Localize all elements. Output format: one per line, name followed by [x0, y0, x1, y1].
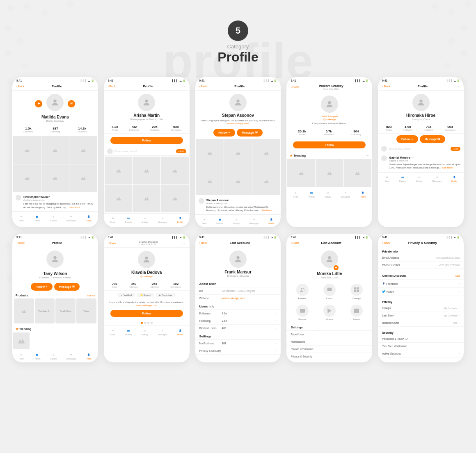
facebook-row[interactable]: Facebook › — [378, 280, 464, 288]
nav-activity[interactable]: ◎Activity — [325, 190, 331, 198]
nav-friends[interactable]: 👥Friends — [308, 190, 315, 198]
followers-row[interactable]: Followers 4.6k › — [195, 310, 281, 317]
message-button[interactable]: Message ✉ — [54, 283, 80, 291]
nav-profile[interactable]: 👤Profile — [177, 216, 183, 223]
nav-feed[interactable]: ⊞Feed — [384, 175, 389, 182]
nav-messages[interactable]: ✉Messages — [66, 214, 76, 222]
see-more-link[interactable]: See More — [69, 206, 80, 209]
password-row[interactable]: Password & Touch ID › — [378, 335, 464, 343]
see-all-link[interactable]: See All — [87, 294, 95, 297]
nav-activity[interactable]: ◎Activity — [233, 217, 240, 225]
more-options[interactable]: ··· — [272, 241, 277, 245]
activity-more[interactable]: ··· — [411, 155, 414, 159]
activity-more[interactable]: ··· — [50, 195, 54, 199]
more-options[interactable]: ··· — [364, 85, 368, 89]
follow-button[interactable]: Follow + — [213, 129, 235, 137]
about-user-row[interactable]: About User › — [286, 331, 372, 338]
nav-friends[interactable]: 👥Friends — [399, 175, 406, 182]
back-button[interactable]: ‹ Back — [382, 85, 390, 88]
nav-activity[interactable]: ◎Activity — [50, 352, 57, 360]
nav-feed[interactable]: ⊞Feed — [19, 352, 24, 360]
see-more-link[interactable]: See More — [442, 166, 453, 169]
more-options[interactable]: ··· — [181, 241, 185, 246]
notifications-row[interactable]: Notifications 107 › — [195, 340, 281, 347]
nav-activity[interactable]: ◎Activity — [416, 175, 423, 182]
nav-friends[interactable]: 👥Friends — [125, 216, 132, 223]
follow-button[interactable]: Follow — [293, 141, 366, 148]
nav-friends[interactable]: 👥Friends — [34, 214, 41, 222]
add-connect-button[interactable]: + Add — [453, 275, 460, 277]
follow-button[interactable]: Follow + — [396, 135, 418, 143]
dot-2[interactable] — [144, 322, 146, 324]
see-more-link[interactable]: See More — [261, 209, 272, 212]
dot-3[interactable] — [147, 322, 149, 324]
trending-more[interactable]: ··· — [92, 327, 95, 331]
add-button[interactable]: + Add — [176, 149, 186, 153]
nav-messages[interactable]: ✉Messages — [66, 352, 76, 360]
notifications-row[interactable]: Notifications › — [286, 338, 372, 346]
add-button[interactable]: + Add — [451, 147, 460, 151]
back-button[interactable]: ‹ Back — [199, 241, 208, 244]
nav-feed[interactable]: ⊞Feed — [110, 216, 115, 223]
nav-friends[interactable]: 👥Friends — [125, 328, 132, 336]
active-sessions-row[interactable]: Active Sessions › — [378, 350, 464, 357]
nav-messages[interactable]: ✉Messages — [249, 217, 259, 225]
message-button[interactable]: Message ✉ — [237, 129, 263, 137]
groups-row[interactable]: Groups My Contacts › — [378, 305, 464, 312]
twitter-row[interactable]: Twitter › — [378, 288, 464, 296]
nav-feed[interactable]: ⊞Feed — [19, 214, 24, 222]
more-options[interactable]: ··· — [455, 84, 460, 89]
back-button[interactable]: ‹ Back — [16, 241, 25, 244]
nav-friends[interactable]: 👥Friends — [216, 217, 223, 225]
back-button[interactable]: ‹ Back — [382, 241, 390, 244]
following-row[interactable]: Following 2.5k › — [195, 317, 281, 325]
follow-button[interactable]: Follow — [110, 137, 183, 144]
nav-messages[interactable]: ✉Messages — [341, 190, 350, 198]
back-button[interactable]: ‹ Back — [291, 86, 299, 89]
more-options[interactable]: ··· — [272, 84, 277, 89]
nav-profile[interactable]: 👤Profile — [360, 190, 366, 198]
more-options[interactable]: ··· — [181, 84, 185, 89]
more-options[interactable]: ··· — [89, 241, 94, 245]
nav-messages[interactable]: ✉Messages — [158, 216, 167, 223]
blocked-users-row[interactable]: Blocked Users 259 › — [378, 319, 464, 327]
nav-messages[interactable]: ✉Messages — [158, 328, 167, 336]
avatar-section: + Monika Little New York, USA — [286, 247, 372, 281]
nav-activity[interactable]: ◎Activity — [142, 216, 148, 223]
nav-profile[interactable]: 👤Profile — [86, 214, 92, 222]
nav-feed[interactable]: ⊞Feed — [202, 217, 207, 225]
follow-button[interactable]: Follow — [110, 310, 183, 317]
follow-button[interactable]: Follow + — [31, 283, 53, 291]
nav-profile[interactable]: 👤Profile — [451, 175, 457, 182]
dot-4[interactable] — [151, 322, 153, 324]
back-button[interactable]: ‹ Back — [16, 85, 24, 88]
dot-1[interactable] — [141, 322, 143, 324]
nav-profile[interactable]: 👤Profile — [86, 352, 92, 360]
nav-profile[interactable]: 👤Profile — [268, 217, 274, 225]
back-button[interactable]: ‹ Back — [108, 242, 116, 245]
nav-profile[interactable]: 👤Profile — [177, 328, 183, 336]
more-options[interactable]: ··· — [89, 84, 94, 89]
last-seen-row[interactable]: Last Seen My Contacts › — [378, 312, 464, 319]
trending-more[interactable]: ··· — [366, 153, 369, 157]
back-button[interactable]: ‹ Back — [199, 85, 207, 88]
blocked-row[interactable]: Blocked Users 483 › — [195, 325, 281, 332]
message-button[interactable]: Message ✉ — [420, 135, 446, 143]
nav-activity[interactable]: ◎Activity — [142, 328, 148, 336]
more-options[interactable]: ··· — [364, 241, 368, 245]
nav-activity[interactable]: ◎Activity — [50, 214, 57, 222]
more-options[interactable]: ··· — [455, 241, 460, 245]
message-input-row: What is new, Justin? + Add — [378, 145, 464, 153]
nav-bar: ‹ Back Profile ··· — [378, 83, 464, 91]
privacy-row[interactable]: Privacy & Security › — [286, 353, 372, 360]
private-info-row[interactable]: Private Information › — [286, 346, 372, 353]
nav-friends[interactable]: 👥Friends — [34, 352, 41, 360]
back-button[interactable]: ‹ Back — [108, 85, 116, 88]
nav-feed[interactable]: ⊞Feed — [293, 190, 298, 198]
nav-feed[interactable]: ⊞Feed — [110, 328, 115, 336]
back-button[interactable]: ‹ Back — [291, 241, 299, 244]
two-step-row[interactable]: Two Step Verification › — [378, 343, 464, 350]
activity-more[interactable]: ··· — [229, 198, 233, 202]
privacy-row[interactable]: Privacy & Security › — [195, 347, 281, 355]
nav-messages[interactable]: ✉Messages — [432, 175, 442, 182]
